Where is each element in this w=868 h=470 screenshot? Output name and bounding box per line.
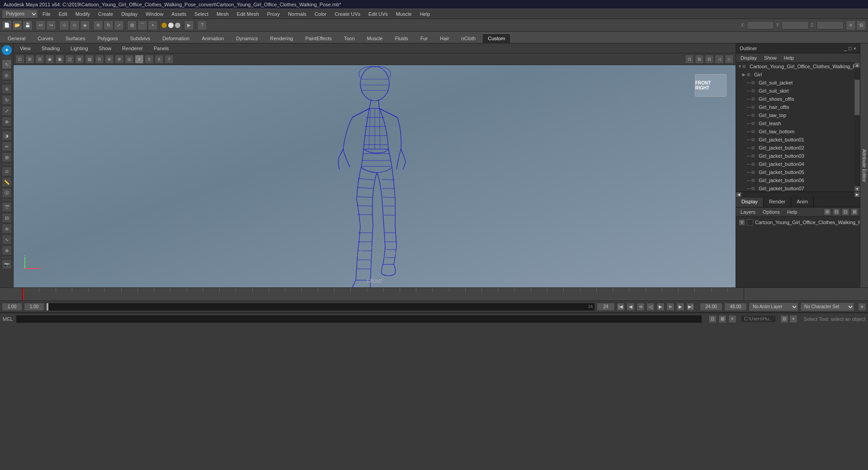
- tab-dynamics[interactable]: Dynamics: [230, 33, 264, 43]
- rotate-tool-btn[interactable]: ↻: [2, 95, 12, 105]
- tree-item-btn06[interactable]: — ⊟ Girl_jacket_button06: [736, 176, 854, 184]
- next-frame-btn[interactable]: ▶: [676, 303, 684, 311]
- show-menu[interactable]: Show: [96, 45, 114, 52]
- tree-item-leash[interactable]: — ⊟ Girl_leash: [736, 119, 854, 127]
- current-frame-input[interactable]: [24, 303, 44, 311]
- vt-extra-5[interactable]: ▷: [725, 55, 734, 64]
- menu-item-color[interactable]: Color: [311, 10, 330, 18]
- move-tool-btn[interactable]: ✛: [2, 84, 12, 94]
- undo-btn[interactable]: ↩: [36, 20, 46, 30]
- maya-icon[interactable]: ✦: [2, 45, 12, 55]
- vt-btn-2[interactable]: ⊞: [25, 55, 34, 64]
- menu-item-file[interactable]: File: [39, 10, 54, 18]
- new-file-btn[interactable]: 📄: [2, 20, 12, 30]
- timeline-bar[interactable]: 24: [46, 303, 595, 311]
- light-1-btn[interactable]: [161, 22, 167, 28]
- save-file-btn[interactable]: 💾: [23, 20, 33, 30]
- scale-tool-btn[interactable]: ⤢: [2, 106, 12, 116]
- vt-btn-light[interactable]: 7: [165, 55, 174, 64]
- layer-visibility-btn[interactable]: V: [739, 219, 745, 226]
- z-coord[interactable]: [816, 21, 844, 29]
- next-key-btn[interactable]: ⊳: [666, 303, 675, 311]
- snap-grid-btn[interactable]: ⊞: [127, 20, 137, 30]
- ob-btn-3[interactable]: ⊡: [842, 208, 849, 216]
- paint-select-btn[interactable]: ◎: [2, 70, 12, 80]
- outliner-show-menu[interactable]: Show: [761, 54, 779, 61]
- tab-subdivs[interactable]: Subdvivs: [124, 33, 156, 43]
- snap-curve-btn[interactable]: ⌒: [137, 20, 147, 30]
- ob-btn-2[interactable]: ⊟: [833, 208, 840, 216]
- tab-muscle[interactable]: Muscle: [361, 33, 389, 43]
- tree-item-girl[interactable]: ▶ ⊞ Girl: [736, 70, 854, 79]
- open-file-btn[interactable]: 📂: [12, 20, 22, 30]
- outliner-close-btn[interactable]: ×: [854, 46, 856, 51]
- tab-painteffects[interactable]: PaintEffects: [299, 33, 338, 43]
- vt-btn-wire[interactable]: 5: [145, 55, 154, 64]
- scale-btn[interactable]: ⤢: [114, 20, 124, 30]
- start-frame-input[interactable]: [2, 303, 22, 311]
- outliner-maximize-btn[interactable]: □: [849, 46, 852, 51]
- menu-item-mesh[interactable]: Mesh: [213, 10, 232, 18]
- show-manip-btn[interactable]: ⊞: [2, 152, 12, 162]
- renderer-menu[interactable]: Renderer: [119, 45, 146, 52]
- redo-btn[interactable]: ↪: [46, 20, 56, 30]
- vt-btn-3[interactable]: ⊟: [35, 55, 44, 64]
- character-set-select[interactable]: No Character Set: [800, 302, 854, 311]
- menu-item-muscle[interactable]: Muscle: [392, 10, 415, 18]
- scroll-left-btn[interactable]: ◀: [736, 192, 741, 197]
- scroll-down-btn[interactable]: ▼: [854, 186, 860, 192]
- tree-item-btn07[interactable]: — ⊟ Girl_jacket_button07: [736, 184, 854, 192]
- mode-dropdown[interactable]: Polygons: [2, 9, 38, 19]
- toolbar-extra-btn2[interactable]: ⊟: [856, 20, 866, 30]
- menu-item-edit[interactable]: Edit: [55, 10, 71, 18]
- outliner-hscrollbar[interactable]: ◀ ▶: [736, 192, 860, 197]
- scroll-thumb[interactable]: [854, 80, 860, 115]
- y-coord[interactable]: [782, 21, 809, 29]
- ob-subtab-options[interactable]: Options: [760, 209, 783, 215]
- mel-btn-3[interactable]: ×: [728, 315, 736, 323]
- tree-item-btn03[interactable]: — ⊟ Girl_jacket_button03: [736, 152, 854, 160]
- menu-item-create-uvs[interactable]: Create UVs: [331, 10, 364, 18]
- ob-tab-anim[interactable]: Anim: [791, 197, 814, 207]
- ob-tab-render[interactable]: Render: [764, 197, 791, 207]
- tree-item-root[interactable]: ▼ ⊞ Cartoon_Young_Girl_Office_Clothes_Wa…: [736, 62, 854, 70]
- move-btn[interactable]: ✛: [93, 20, 103, 30]
- outliner-help-menu[interactable]: Help: [781, 54, 797, 61]
- tab-hair[interactable]: Hair: [434, 33, 455, 43]
- vt-btn-shaded[interactable]: 4: [135, 55, 144, 64]
- menu-item-assets[interactable]: Assets: [168, 10, 190, 18]
- prev-frame-btn[interactable]: ◀: [627, 303, 635, 311]
- timeline-area[interactable]: 1: [0, 287, 868, 301]
- tree-item-suit-jacket[interactable]: — ⊟ Girl_suit_jacket: [736, 79, 854, 87]
- ob-btn-4[interactable]: ⊠: [851, 208, 858, 216]
- path-btn-1[interactable]: ⊟: [780, 315, 788, 323]
- vt-extra-4[interactable]: ◁: [715, 55, 724, 64]
- tab-general[interactable]: General: [2, 33, 31, 43]
- tab-polygons[interactable]: Polygons: [91, 33, 123, 43]
- tab-fur[interactable]: Fur: [415, 33, 434, 43]
- mel-btn-1[interactable]: ⊡: [708, 315, 717, 323]
- vt-btn-12[interactable]: ◎: [125, 55, 134, 64]
- tab-ncloth[interactable]: nCloth: [455, 33, 481, 43]
- annotate-btn[interactable]: Ⓐ: [2, 188, 12, 198]
- tab-fluids[interactable]: Fluids: [389, 33, 414, 43]
- tree-item-btn04[interactable]: — ⊟ Girl_jacket_button04: [736, 160, 854, 168]
- snap-btn[interactable]: ⊙: [2, 166, 12, 176]
- mel-btn-2[interactable]: ⊞: [718, 315, 726, 323]
- vt-extra-3[interactable]: ⊟: [705, 55, 714, 64]
- range-start-input[interactable]: [700, 303, 722, 311]
- tree-item-hair[interactable]: — ⊟ Girl_hair_offis: [736, 103, 854, 111]
- go-end-btn[interactable]: ▶|: [686, 303, 694, 311]
- expand-arrow[interactable]: ▼: [738, 64, 742, 69]
- render-icon-btn[interactable]: 🎬: [2, 202, 12, 212]
- panels-menu[interactable]: Panels: [151, 45, 172, 52]
- play-back-btn[interactable]: ◁: [646, 303, 655, 311]
- menu-item-edit-uvs[interactable]: Edit UVs: [365, 10, 392, 18]
- ob-btn-1[interactable]: ⊞: [824, 208, 831, 216]
- timeline-ruler[interactable]: 1: [23, 288, 744, 301]
- vt-extra-1[interactable]: ⊡: [685, 55, 694, 64]
- play-fwd-btn[interactable]: ▶: [656, 303, 665, 311]
- 3d-viewport[interactable]: FRONT RIGHT: [14, 65, 736, 287]
- vt-btn-8[interactable]: ▨: [85, 55, 94, 64]
- ob-subtab-help[interactable]: Help: [784, 209, 800, 215]
